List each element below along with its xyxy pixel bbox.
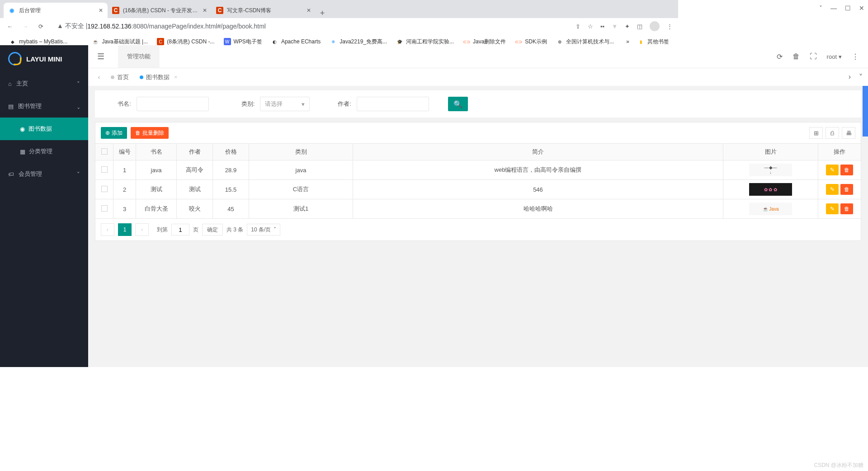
tab-title: (16条消息) CSDN - 专业开发者... bbox=[123, 7, 199, 14]
tab-home[interactable]: 首页 bbox=[106, 73, 133, 81]
table-row: 3 白骨大圣 咬火 45 测试1 哈哈哈啊哈 ☕ Java ✎ 🗑 bbox=[95, 199, 861, 219]
minimize-icon[interactable]: — bbox=[830, 5, 837, 12]
tabs-next[interactable]: › bbox=[849, 73, 851, 81]
sidepanel-icon[interactable]: ◫ bbox=[637, 23, 642, 30]
col-desc: 简介 bbox=[353, 144, 723, 160]
tabs-dropdown[interactable]: ˅ bbox=[859, 73, 863, 81]
close-icon[interactable]: × bbox=[174, 74, 178, 80]
delete-button[interactable]: 🗑 bbox=[840, 203, 853, 214]
refresh-icon[interactable]: ⟳ bbox=[777, 52, 783, 61]
checkbox[interactable] bbox=[101, 166, 108, 173]
favicon: ◉ bbox=[8, 7, 15, 14]
page-number[interactable]: 1 bbox=[118, 223, 132, 236]
sidebar-item-home[interactable]: ⌂主页 ˅ bbox=[0, 72, 88, 95]
add-button[interactable]: ⊕添加 bbox=[101, 127, 127, 139]
extension-icon[interactable]: ▪▪ bbox=[600, 23, 604, 30]
reload-icon[interactable]: ⟳ bbox=[36, 23, 45, 30]
chevron-down-icon[interactable]: ˅ bbox=[819, 5, 822, 12]
delete-button[interactable]: 🗑 bbox=[840, 165, 853, 175]
tag-icon: 🏷 bbox=[8, 171, 14, 178]
browser-tab[interactable]: C (16条消息) CSDN - 专业开发者... ✕ bbox=[108, 3, 212, 18]
filter-name-label: 书名: bbox=[118, 100, 131, 108]
avatar-icon[interactable] bbox=[650, 21, 660, 31]
edit-button[interactable]: ✎ bbox=[826, 184, 839, 195]
filter-author-input[interactable] bbox=[357, 97, 429, 111]
checkbox[interactable] bbox=[101, 186, 108, 192]
scrollbar[interactable] bbox=[863, 86, 868, 137]
cell-id: 3 bbox=[113, 199, 136, 219]
chevron-down-icon: ˅ bbox=[77, 171, 80, 178]
edit-button[interactable]: ✎ bbox=[826, 203, 839, 214]
checkbox[interactable] bbox=[101, 205, 108, 212]
search-button[interactable]: 🔍 bbox=[448, 97, 468, 111]
menu-toggle-icon[interactable]: ☰ bbox=[97, 52, 104, 61]
cell-name: java bbox=[136, 160, 177, 180]
table-row: 2 测试 测试 15.5 C语言 546 ✿ ✿ ✿ ✎ 🗑 bbox=[95, 180, 861, 199]
browser-tab[interactable]: ◉ 后台管理 ✕ bbox=[4, 3, 108, 18]
filter-name-input[interactable] bbox=[137, 97, 209, 111]
cell-img: ✿ ✿ ✿ bbox=[723, 180, 818, 199]
tab-bookdata[interactable]: 图书数据× bbox=[135, 73, 182, 81]
func-tab[interactable]: 管理功能 bbox=[118, 45, 160, 68]
table-toolbar: ⊕添加 🗑批量删除 ⊞ ⎙ 🖶 bbox=[95, 122, 861, 143]
sidebar-sub-bookdata[interactable]: ◉ 图书数据 bbox=[0, 118, 88, 140]
table-row: 1 java 高司令 28.9 java web编程语言，由高司令亲自编撰 —◆… bbox=[95, 160, 861, 180]
trash-icon[interactable]: 🗑 bbox=[793, 52, 800, 61]
grid-icon: ▦ bbox=[20, 148, 25, 155]
close-icon[interactable]: ✕ bbox=[859, 5, 864, 12]
favicon: C bbox=[216, 7, 223, 14]
overflow-icon[interactable]: » bbox=[626, 38, 629, 45]
export-icon[interactable]: ⎙ bbox=[826, 127, 839, 139]
sidebar-sub-category[interactable]: ▦ 分类管理 bbox=[0, 140, 88, 163]
page-prev[interactable]: ‹ bbox=[101, 223, 114, 236]
col-price: 价格 bbox=[213, 144, 249, 160]
more-icon[interactable]: ⋮ bbox=[852, 52, 859, 61]
trash-icon: 🗑 bbox=[135, 130, 141, 136]
fullscreen-icon[interactable]: ⛶ bbox=[810, 52, 817, 61]
browser-tab[interactable]: C 写文章-CSDN博客 ✕ bbox=[212, 3, 316, 18]
total-label: 共 3 条 bbox=[226, 226, 243, 234]
filter-cat-select[interactable]: 请选择▾ bbox=[260, 97, 310, 111]
share-icon[interactable]: ⇪ bbox=[576, 23, 580, 30]
extension-icon[interactable]: ▼ bbox=[612, 23, 618, 30]
checkbox-all[interactable] bbox=[101, 148, 108, 155]
logo: LAYUI MINI bbox=[0, 45, 88, 72]
filter-author-label: 作者: bbox=[338, 100, 351, 108]
topbar: ☰ 管理功能 ⟳ 🗑 ⛶ root ▾ ⋮ bbox=[88, 45, 868, 68]
sidebar-item-books[interactable]: ▤图书管理 ˄ bbox=[0, 95, 88, 118]
tabs-prev[interactable]: ‹ bbox=[94, 74, 104, 80]
edit-button[interactable]: ✎ bbox=[826, 165, 839, 175]
menu-icon[interactable]: ⋮ bbox=[667, 23, 673, 30]
sidebar-item-members[interactable]: 🏷会员管理 ˅ bbox=[0, 163, 88, 185]
goto-label: 到第 bbox=[157, 226, 168, 234]
chevron-up-icon: ˄ bbox=[77, 103, 80, 110]
col-name: 书名 bbox=[136, 144, 177, 160]
page-next[interactable]: › bbox=[135, 223, 149, 236]
batch-delete-button[interactable]: 🗑批量删除 bbox=[131, 127, 169, 139]
url-path: /managePage/index.html#/page/book.html bbox=[147, 23, 266, 30]
forward-icon[interactable]: → bbox=[21, 23, 30, 30]
page-label: 页 bbox=[193, 226, 198, 234]
chevron-down-icon: ˅ bbox=[274, 226, 276, 233]
maximize-icon[interactable]: ☐ bbox=[845, 5, 851, 12]
per-page-select[interactable]: 10 条/页˅ bbox=[247, 224, 280, 236]
cell-cat: C语言 bbox=[249, 180, 353, 199]
extensions-icon[interactable]: ✦ bbox=[625, 23, 630, 30]
cell-name: 测试 bbox=[136, 180, 177, 199]
close-icon[interactable]: ✕ bbox=[307, 7, 311, 14]
goto-confirm-button[interactable]: 确定 bbox=[202, 224, 223, 236]
goto-input[interactable] bbox=[171, 224, 189, 236]
delete-button[interactable]: 🗑 bbox=[840, 184, 853, 195]
cell-img: ☕ Java bbox=[723, 199, 818, 219]
col-id: 编号 bbox=[113, 144, 136, 160]
book-icon: ▤ bbox=[8, 103, 14, 110]
print-icon[interactable]: 🖶 bbox=[842, 127, 855, 139]
url-bar[interactable]: ▲ 不安全 | 192.168.52.136 :8080 /managePage… bbox=[52, 20, 569, 33]
star-icon[interactable]: ☆ bbox=[588, 23, 593, 30]
new-tab-button[interactable]: + bbox=[316, 9, 329, 18]
close-icon[interactable]: ✕ bbox=[99, 7, 103, 14]
close-icon[interactable]: ✕ bbox=[203, 7, 207, 14]
back-icon[interactable]: ← bbox=[5, 23, 14, 30]
user-menu[interactable]: root ▾ bbox=[827, 53, 842, 60]
columns-icon[interactable]: ⊞ bbox=[809, 127, 823, 139]
